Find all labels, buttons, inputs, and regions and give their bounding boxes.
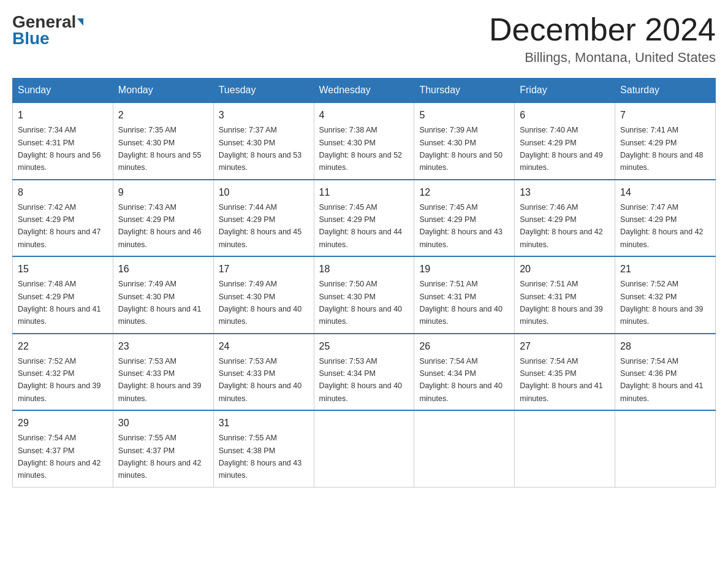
day-number: 5 bbox=[419, 108, 509, 123]
day-info: Sunrise: 7:53 AMSunset: 4:34 PMDaylight:… bbox=[319, 357, 403, 403]
day-info: Sunrise: 7:46 AMSunset: 4:29 PMDaylight:… bbox=[520, 203, 603, 249]
day-info: Sunrise: 7:48 AMSunset: 4:29 PMDaylight:… bbox=[18, 280, 101, 326]
day-number: 25 bbox=[319, 339, 409, 354]
day-cell-18: 18 Sunrise: 7:50 AMSunset: 4:30 PMDaylig… bbox=[314, 256, 414, 334]
day-info: Sunrise: 7:45 AMSunset: 4:29 PMDaylight:… bbox=[319, 203, 403, 249]
day-number: 27 bbox=[520, 339, 610, 354]
empty-cell-w4-d3 bbox=[314, 410, 414, 487]
day-number: 28 bbox=[620, 339, 710, 354]
day-cell-24: 24 Sunrise: 7:53 AMSunset: 4:33 PMDaylig… bbox=[213, 334, 314, 411]
empty-cell-w4-d5 bbox=[515, 410, 615, 487]
day-cell-27: 27 Sunrise: 7:54 AMSunset: 4:35 PMDaylig… bbox=[515, 334, 615, 411]
day-cell-2: 2 Sunrise: 7:35 AMSunset: 4:30 PMDayligh… bbox=[113, 102, 213, 180]
day-info: Sunrise: 7:37 AMSunset: 4:30 PMDaylight:… bbox=[219, 126, 302, 172]
day-info: Sunrise: 7:54 AMSunset: 4:35 PMDaylight:… bbox=[520, 357, 603, 403]
day-number: 3 bbox=[219, 108, 309, 123]
day-info: Sunrise: 7:41 AMSunset: 4:29 PMDaylight:… bbox=[620, 126, 703, 172]
day-cell-23: 23 Sunrise: 7:53 AMSunset: 4:33 PMDaylig… bbox=[113, 334, 213, 411]
day-cell-11: 11 Sunrise: 7:45 AMSunset: 4:29 PMDaylig… bbox=[314, 180, 414, 257]
calendar-header: SundayMondayTuesdayWednesdayThursdayFrid… bbox=[13, 79, 716, 103]
day-info: Sunrise: 7:52 AMSunset: 4:32 PMDaylight:… bbox=[18, 357, 101, 403]
day-info: Sunrise: 7:39 AMSunset: 4:30 PMDaylight:… bbox=[419, 126, 502, 172]
week-row-3: 15 Sunrise: 7:48 AMSunset: 4:29 PMDaylig… bbox=[13, 256, 716, 334]
day-number: 10 bbox=[219, 185, 309, 200]
logo: General Blue bbox=[12, 12, 83, 48]
day-cell-25: 25 Sunrise: 7:53 AMSunset: 4:34 PMDaylig… bbox=[314, 334, 414, 411]
header-sunday: Sunday bbox=[13, 79, 113, 103]
day-number: 20 bbox=[520, 262, 610, 277]
day-cell-28: 28 Sunrise: 7:54 AMSunset: 4:36 PMDaylig… bbox=[615, 334, 716, 411]
day-info: Sunrise: 7:42 AMSunset: 4:29 PMDaylight:… bbox=[18, 203, 101, 249]
day-cell-9: 9 Sunrise: 7:43 AMSunset: 4:29 PMDayligh… bbox=[113, 180, 213, 257]
day-info: Sunrise: 7:51 AMSunset: 4:31 PMDaylight:… bbox=[520, 280, 603, 326]
title-block: December 2024 Billings, Montana, United … bbox=[489, 12, 716, 66]
day-cell-21: 21 Sunrise: 7:52 AMSunset: 4:32 PMDaylig… bbox=[615, 256, 716, 334]
day-cell-3: 3 Sunrise: 7:37 AMSunset: 4:30 PMDayligh… bbox=[213, 102, 314, 180]
day-cell-1: 1 Sunrise: 7:34 AMSunset: 4:31 PMDayligh… bbox=[13, 102, 113, 180]
day-info: Sunrise: 7:35 AMSunset: 4:30 PMDaylight:… bbox=[118, 126, 202, 172]
day-info: Sunrise: 7:50 AMSunset: 4:30 PMDaylight:… bbox=[319, 280, 403, 326]
day-info: Sunrise: 7:49 AMSunset: 4:30 PMDaylight:… bbox=[219, 280, 302, 326]
day-number: 14 bbox=[620, 185, 710, 200]
day-cell-26: 26 Sunrise: 7:54 AMSunset: 4:34 PMDaylig… bbox=[414, 334, 515, 411]
day-cell-30: 30 Sunrise: 7:55 AMSunset: 4:37 PMDaylig… bbox=[113, 410, 213, 487]
day-info: Sunrise: 7:52 AMSunset: 4:32 PMDaylight:… bbox=[620, 280, 703, 326]
logo-blue-text: Blue bbox=[12, 29, 50, 48]
day-cell-10: 10 Sunrise: 7:44 AMSunset: 4:29 PMDaylig… bbox=[213, 180, 314, 257]
week-row-5: 29 Sunrise: 7:54 AMSunset: 4:37 PMDaylig… bbox=[13, 410, 716, 487]
day-cell-19: 19 Sunrise: 7:51 AMSunset: 4:31 PMDaylig… bbox=[414, 256, 515, 334]
empty-cell-w4-d6 bbox=[615, 410, 716, 487]
days-of-week-row: SundayMondayTuesdayWednesdayThursdayFrid… bbox=[13, 79, 716, 103]
header-friday: Friday bbox=[515, 79, 615, 103]
day-cell-20: 20 Sunrise: 7:51 AMSunset: 4:31 PMDaylig… bbox=[515, 256, 615, 334]
day-number: 8 bbox=[18, 185, 108, 200]
day-info: Sunrise: 7:53 AMSunset: 4:33 PMDaylight:… bbox=[118, 357, 202, 403]
header-thursday: Thursday bbox=[414, 79, 515, 103]
day-number: 31 bbox=[219, 416, 309, 431]
day-number: 13 bbox=[520, 185, 610, 200]
day-cell-29: 29 Sunrise: 7:54 AMSunset: 4:37 PMDaylig… bbox=[13, 410, 113, 487]
day-info: Sunrise: 7:55 AMSunset: 4:38 PMDaylight:… bbox=[219, 434, 302, 480]
day-info: Sunrise: 7:51 AMSunset: 4:31 PMDaylight:… bbox=[419, 280, 502, 326]
day-number: 9 bbox=[118, 185, 208, 200]
day-number: 15 bbox=[18, 262, 108, 277]
day-number: 21 bbox=[620, 262, 710, 277]
day-info: Sunrise: 7:45 AMSunset: 4:29 PMDaylight:… bbox=[419, 203, 502, 249]
week-row-4: 22 Sunrise: 7:52 AMSunset: 4:32 PMDaylig… bbox=[13, 334, 716, 411]
day-cell-12: 12 Sunrise: 7:45 AMSunset: 4:29 PMDaylig… bbox=[414, 180, 515, 257]
day-info: Sunrise: 7:34 AMSunset: 4:31 PMDaylight:… bbox=[18, 126, 101, 172]
header-wednesday: Wednesday bbox=[314, 79, 414, 103]
day-info: Sunrise: 7:38 AMSunset: 4:30 PMDaylight:… bbox=[319, 126, 403, 172]
day-number: 4 bbox=[319, 108, 409, 123]
day-cell-13: 13 Sunrise: 7:46 AMSunset: 4:29 PMDaylig… bbox=[515, 180, 615, 257]
day-number: 2 bbox=[118, 108, 208, 123]
day-cell-4: 4 Sunrise: 7:38 AMSunset: 4:30 PMDayligh… bbox=[314, 102, 414, 180]
day-number: 24 bbox=[219, 339, 309, 354]
day-number: 17 bbox=[219, 262, 309, 277]
header-tuesday: Tuesday bbox=[213, 79, 314, 103]
day-info: Sunrise: 7:55 AMSunset: 4:37 PMDaylight:… bbox=[118, 434, 202, 480]
day-cell-15: 15 Sunrise: 7:48 AMSunset: 4:29 PMDaylig… bbox=[13, 256, 113, 334]
day-info: Sunrise: 7:40 AMSunset: 4:29 PMDaylight:… bbox=[520, 126, 603, 172]
day-number: 11 bbox=[319, 185, 409, 200]
week-row-2: 8 Sunrise: 7:42 AMSunset: 4:29 PMDayligh… bbox=[13, 180, 716, 257]
day-cell-6: 6 Sunrise: 7:40 AMSunset: 4:29 PMDayligh… bbox=[515, 102, 615, 180]
day-number: 18 bbox=[319, 262, 409, 277]
day-cell-16: 16 Sunrise: 7:49 AMSunset: 4:30 PMDaylig… bbox=[113, 256, 213, 334]
header-saturday: Saturday bbox=[615, 79, 716, 103]
day-number: 23 bbox=[118, 339, 208, 354]
day-number: 12 bbox=[419, 185, 509, 200]
day-cell-14: 14 Sunrise: 7:47 AMSunset: 4:29 PMDaylig… bbox=[615, 180, 716, 257]
day-info: Sunrise: 7:44 AMSunset: 4:29 PMDaylight:… bbox=[219, 203, 302, 249]
day-cell-5: 5 Sunrise: 7:39 AMSunset: 4:30 PMDayligh… bbox=[414, 102, 515, 180]
day-number: 7 bbox=[620, 108, 710, 123]
day-cell-8: 8 Sunrise: 7:42 AMSunset: 4:29 PMDayligh… bbox=[13, 180, 113, 257]
day-number: 1 bbox=[18, 108, 108, 123]
location: Billings, Montana, United States bbox=[489, 50, 716, 66]
month-title: December 2024 bbox=[489, 12, 716, 47]
day-info: Sunrise: 7:49 AMSunset: 4:30 PMDaylight:… bbox=[118, 280, 202, 326]
day-number: 6 bbox=[520, 108, 610, 123]
day-cell-31: 31 Sunrise: 7:55 AMSunset: 4:38 PMDaylig… bbox=[213, 410, 314, 487]
header-monday: Monday bbox=[113, 79, 213, 103]
day-cell-22: 22 Sunrise: 7:52 AMSunset: 4:32 PMDaylig… bbox=[13, 334, 113, 411]
